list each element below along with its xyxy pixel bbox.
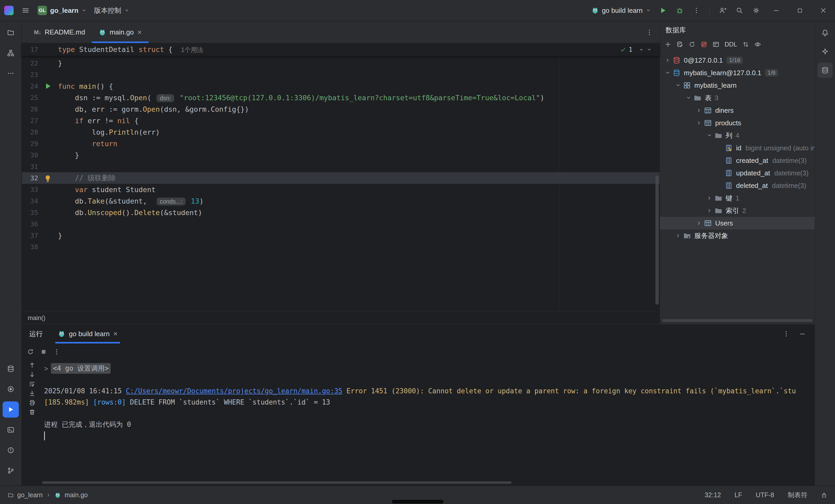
caret-position[interactable]: 32:12 <box>705 491 721 499</box>
run-config-widget[interactable]: go build learn <box>588 3 655 18</box>
chevron-right-icon[interactable] <box>705 195 714 201</box>
line-ending[interactable]: LF <box>734 491 742 499</box>
db-tree-row-服务器对象[interactable]: 服务器对象 <box>660 229 815 242</box>
code-line-31[interactable]: 31 <box>22 161 659 172</box>
window-maximize-button[interactable] <box>788 0 812 21</box>
code-line-27[interactable]: 27 if err != nil { <box>22 115 659 126</box>
chevron-down-icon[interactable] <box>685 95 693 101</box>
hide-panel-icon[interactable] <box>799 330 806 337</box>
close-tab-icon[interactable]: × <box>113 330 118 338</box>
run-button[interactable] <box>655 2 671 19</box>
notifications-button[interactable] <box>817 25 833 40</box>
code-line-29[interactable]: 29 return <box>22 138 659 149</box>
code-area[interactable]: 22}2324func main() {25 dsn := mysql.Open… <box>22 56 659 311</box>
run-panel-title[interactable]: 运行 <box>29 324 43 343</box>
table-view-icon[interactable] <box>713 41 719 48</box>
chevron-down-icon[interactable] <box>705 133 714 138</box>
up-arrow-icon[interactable] <box>29 362 36 368</box>
code-line-38[interactable]: 38 <box>22 241 659 253</box>
inspections-widget[interactable]: 1 <box>620 46 659 53</box>
datasource-properties-icon[interactable] <box>676 41 683 48</box>
intention-bulb-icon[interactable] <box>44 175 52 184</box>
chevron-right-icon[interactable] <box>695 220 703 226</box>
disconnect-icon[interactable] <box>700 41 707 48</box>
console-line-1[interactable] <box>44 374 815 385</box>
more-toolwindows-button[interactable] <box>3 65 19 81</box>
code-line-33[interactable]: 33 var student Student <box>22 184 659 195</box>
problems-toolwindow-button[interactable] <box>3 442 19 458</box>
down-arrow-icon[interactable] <box>29 371 36 378</box>
statusbar-project[interactable]: go_learn <box>17 491 43 499</box>
window-close-button[interactable] <box>812 0 835 21</box>
compare-icon[interactable] <box>742 41 749 48</box>
editor-tab-options[interactable] <box>646 21 659 43</box>
chevron-right-icon[interactable] <box>674 233 682 239</box>
db-tree-row-0@127.0.0.1[interactable]: 0@127.0.0.11/16 <box>660 54 815 66</box>
soft-wrap-icon[interactable] <box>29 381 36 387</box>
console-line-5[interactable]: 进程 已完成，退出代码为 0 <box>44 419 815 430</box>
search-everywhere-button[interactable] <box>731 2 748 19</box>
refresh-icon[interactable] <box>689 41 695 48</box>
console-hscrollbar[interactable] <box>42 481 512 484</box>
stop-icon[interactable] <box>40 348 47 355</box>
code-line-28[interactable]: 28 log.Println(err) <box>22 126 659 138</box>
console-line-6[interactable] <box>44 430 815 441</box>
vcs-widget[interactable]: 版本控制 <box>90 3 133 18</box>
kebab-icon[interactable] <box>783 330 790 337</box>
ai-assistant-button[interactable] <box>817 44 833 59</box>
code-line-24[interactable]: 24func main() { <box>22 80 659 92</box>
statusbar-file[interactable]: main.go <box>64 491 88 499</box>
app-logo-icon[interactable] <box>4 6 14 15</box>
db-tree-row-索引[interactable]: 索引2 <box>660 204 815 217</box>
editor-scrollbar[interactable] <box>655 176 659 305</box>
database-toolwindow-button[interactable] <box>817 63 833 78</box>
db-tree-row-Users[interactable]: Users <box>660 217 815 229</box>
run-line-icon[interactable] <box>38 82 58 90</box>
chevron-down-icon[interactable] <box>674 82 682 88</box>
git-toolwindow-button[interactable] <box>3 463 19 479</box>
project-toolwindow-button[interactable] <box>3 24 19 41</box>
terminal-toolwindow-button[interactable] <box>3 422 19 438</box>
code-with-me-button[interactable] <box>714 2 731 19</box>
breadcrumb[interactable]: main() <box>22 311 659 324</box>
print-icon[interactable] <box>29 399 36 406</box>
window-minimize-button[interactable] <box>765 0 788 21</box>
code-line-36[interactable]: 36 <box>22 218 659 230</box>
code-line-34[interactable]: 34 db.Take(&student, conds...: 13) <box>22 195 659 207</box>
db-tree-row-mybatis_learn[interactable]: mybatis_learn <box>660 79 815 92</box>
run-anything-button[interactable] <box>3 381 19 397</box>
prev-arrow-icon[interactable] <box>639 47 644 52</box>
sticky-line[interactable]: 17 type StudentDetail struct { 1个用法 1 <box>22 43 659 56</box>
run-toolwindow-button[interactable] <box>3 401 19 418</box>
console[interactable]: ><4 go 设置调用>2025/01/08 16:41:15 C:/Users… <box>42 360 815 485</box>
code-line-32[interactable]: 32 // 级联删除 <box>22 172 659 184</box>
console-line-2[interactable]: 2025/01/08 16:41:15 C:/Users/meowr/Docum… <box>44 385 815 397</box>
db-tree-row-id[interactable]: idbigint unsigned (auto in <box>660 142 815 154</box>
main-menu-button[interactable] <box>17 2 34 19</box>
chevron-right-icon[interactable] <box>705 208 714 214</box>
structure-toolwindow-button[interactable] <box>3 45 19 61</box>
encoding[interactable]: UTF-8 <box>756 491 774 499</box>
db-tree-row-updated_at[interactable]: updated_atdatetime(3) <box>660 167 815 179</box>
db-tree-row-表[interactable]: 表3 <box>660 92 815 104</box>
ddl-button[interactable]: DDL <box>725 41 737 48</box>
chevron-right-icon[interactable] <box>695 107 703 113</box>
scroll-to-end-icon[interactable] <box>29 390 36 397</box>
code-line-26[interactable]: 26 db, err := gorm.Open(dsn, &gorm.Confi… <box>22 103 659 115</box>
services-toolwindow-button[interactable] <box>3 361 19 377</box>
code-line-22[interactable]: 22} <box>22 57 659 69</box>
db-tree-row-deleted_at[interactable]: deleted_atdatetime(3) <box>660 179 815 192</box>
project-widget[interactable]: GL go_learn <box>34 3 90 18</box>
console-line-4[interactable] <box>44 408 815 419</box>
more-actions-button[interactable] <box>688 2 705 19</box>
kebab-icon[interactable] <box>53 348 60 355</box>
add-datasource-icon[interactable] <box>665 41 671 48</box>
db-tree-row-列[interactable]: 列4 <box>660 129 815 142</box>
db-tree-row-diners[interactable]: diners <box>660 104 815 117</box>
rerun-icon[interactable] <box>27 348 34 355</box>
db-tree-row-created_at[interactable]: created_atdatetime(3) <box>660 154 815 167</box>
debug-button[interactable] <box>671 2 688 19</box>
code-line-25[interactable]: 25 dsn := mysql.Open( dsn: "root:123456@… <box>22 92 659 103</box>
console-line-0[interactable]: ><4 go 设置调用> <box>44 363 815 374</box>
indent-style[interactable]: 制表符 <box>788 491 807 499</box>
